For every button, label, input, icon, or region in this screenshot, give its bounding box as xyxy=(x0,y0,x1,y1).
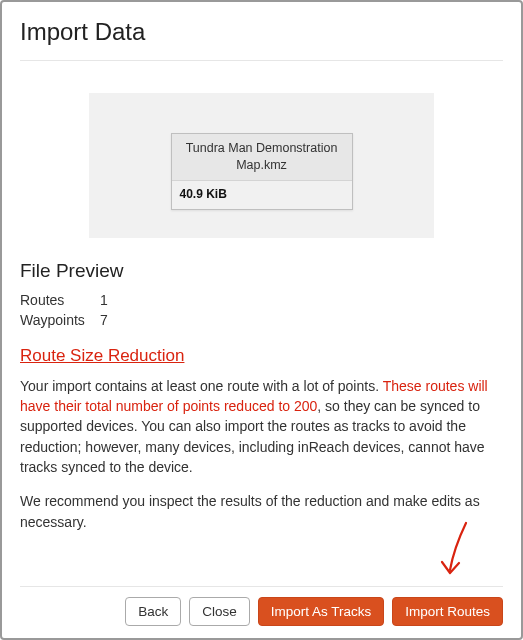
reduction-paragraph-2: We recommend you inspect the results of … xyxy=(20,491,503,532)
route-size-reduction-link[interactable]: Route Size Reduction xyxy=(20,346,503,366)
reduction-text-a: Your import contains at least one route … xyxy=(20,378,383,394)
close-button[interactable]: Close xyxy=(189,597,250,626)
file-size: 40.9 KiB xyxy=(172,181,352,209)
back-button[interactable]: Back xyxy=(125,597,181,626)
import-routes-button[interactable]: Import Routes xyxy=(392,597,503,626)
file-card[interactable]: Tundra Man Demonstration Map.kmz 40.9 Ki… xyxy=(171,133,353,210)
modal-title: Import Data xyxy=(20,18,503,61)
import-data-modal: Import Data Tundra Man Demonstration Map… xyxy=(2,2,521,638)
routes-label: Routes xyxy=(20,292,100,308)
file-preview-heading: File Preview xyxy=(20,260,503,282)
stat-row-waypoints: Waypoints 7 xyxy=(20,312,503,328)
reduction-paragraph-1: Your import contains at least one route … xyxy=(20,376,503,477)
file-name: Tundra Man Demonstration Map.kmz xyxy=(172,134,352,181)
file-preview-stats: Routes 1 Waypoints 7 xyxy=(20,292,503,332)
waypoints-value: 7 xyxy=(100,312,108,328)
import-as-tracks-button[interactable]: Import As Tracks xyxy=(258,597,385,626)
routes-value: 1 xyxy=(100,292,108,308)
modal-footer: Back Close Import As Tracks Import Route… xyxy=(20,586,503,638)
file-drop-area: Tundra Man Demonstration Map.kmz 40.9 Ki… xyxy=(89,93,434,238)
waypoints-label: Waypoints xyxy=(20,312,100,328)
stat-row-routes: Routes 1 xyxy=(20,292,503,308)
